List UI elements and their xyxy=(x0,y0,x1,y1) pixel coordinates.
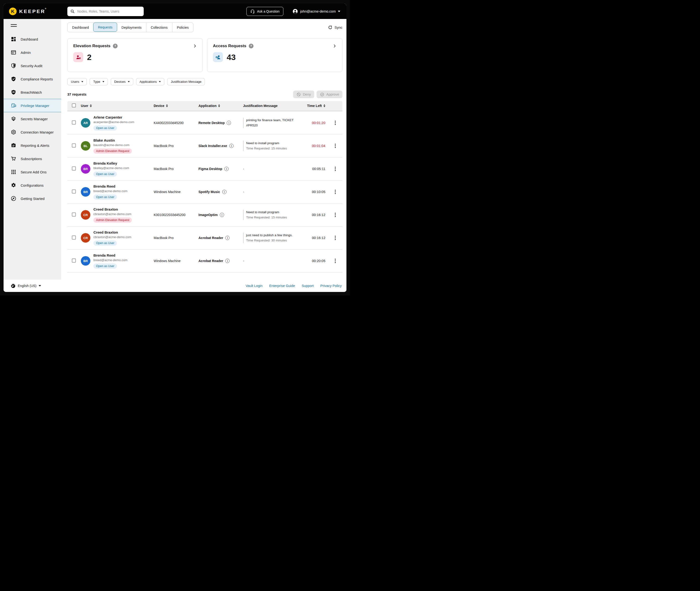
row-checkbox[interactable] xyxy=(72,167,76,171)
sidebar-item-getting-started[interactable]: Getting Started xyxy=(4,192,61,205)
time-left: 00:20:05 xyxy=(299,259,328,263)
tab-requests[interactable]: Requests xyxy=(93,22,117,32)
main-content: Dashboard Requests Deployments Collectio… xyxy=(61,19,346,280)
device-cell: K0010022033d45200 xyxy=(154,213,199,217)
tab-policies[interactable]: Policies xyxy=(172,23,193,32)
row-menu-button[interactable] xyxy=(333,142,337,149)
sidebar-item-dashboard[interactable]: Dashboard xyxy=(4,32,61,46)
sidebar-item-secure-add-ons[interactable]: Secure Add Ons xyxy=(4,165,61,179)
sidebar-item-security-audit[interactable]: Security Audit xyxy=(4,59,61,72)
filter-users[interactable]: Users xyxy=(67,78,87,85)
info-icon[interactable] xyxy=(227,121,231,125)
sidebar-item-label: Compliance Reports xyxy=(21,77,53,81)
ask-a-question-button[interactable]: Ask a Question xyxy=(247,7,283,16)
time-left: 00:01:20 xyxy=(299,121,328,125)
help-icon[interactable] xyxy=(113,44,118,48)
sidebar-item-breachwatch[interactable]: BreachWatch xyxy=(4,86,61,99)
row-checkbox[interactable] xyxy=(72,143,76,147)
info-icon[interactable] xyxy=(224,167,229,171)
filter-applications[interactable]: Applications xyxy=(136,78,164,85)
sidebar-item-admin[interactable]: Admin xyxy=(4,46,61,59)
justification-message: - xyxy=(243,189,296,194)
info-icon[interactable] xyxy=(225,259,229,263)
card-elevation-requests[interactable]: Elevation Requests 2 xyxy=(67,38,203,72)
row-checkbox[interactable] xyxy=(72,212,76,216)
row-menu-button[interactable] xyxy=(333,119,337,126)
user-email: acarpenter@acme-demo.com xyxy=(93,120,134,124)
justification-text: - xyxy=(243,189,296,194)
filter-justification-message[interactable]: Justification Message xyxy=(167,78,205,85)
requests-table: User Device Application Justification Me… xyxy=(67,101,342,280)
row-checkbox[interactable] xyxy=(72,190,76,194)
search-icon xyxy=(70,9,75,13)
deny-label: Deny xyxy=(303,92,311,96)
sidebar-item-reporting-alerts[interactable]: Reporting & Alerts xyxy=(4,139,61,152)
row-menu-button[interactable] xyxy=(333,257,337,264)
table-body: AR Arlene Carpenter acarpenter@acme-demo… xyxy=(67,112,342,272)
chevron-down-icon xyxy=(39,285,41,286)
sidebar-item-compliance-reports[interactable]: Compliance Reports xyxy=(4,72,61,86)
sidebar-item-subscriptions[interactable]: Subscriptions xyxy=(4,152,61,165)
row-checkbox[interactable] xyxy=(72,259,76,263)
sidebar-nav: Dashboard Admin Security Audit Complianc… xyxy=(4,32,61,205)
column-header-application[interactable]: Application xyxy=(199,104,243,108)
sidebar-item-connection-manager[interactable]: Connection Manager xyxy=(4,125,61,139)
user-meta: Arlene Carpenter acarpenter@acme-demo.co… xyxy=(93,115,134,131)
sync-button[interactable]: Sync xyxy=(328,25,342,29)
info-icon[interactable] xyxy=(225,236,229,240)
column-header-time-left[interactable]: Time Left xyxy=(299,104,328,108)
filter-type[interactable]: Type xyxy=(90,78,108,85)
column-header-user[interactable]: User xyxy=(81,104,154,108)
language-selector[interactable]: English (US) xyxy=(11,283,41,288)
column-header-device[interactable]: Device xyxy=(154,104,199,108)
sidebar: Dashboard Admin Security Audit Complianc… xyxy=(4,19,61,280)
justification-text: - xyxy=(243,258,296,263)
approve-button[interactable]: Approve xyxy=(317,90,342,98)
info-icon[interactable] xyxy=(222,190,226,194)
sidebar-item-secrets-manager[interactable]: Secrets Manager xyxy=(4,112,61,125)
select-all-checkbox[interactable] xyxy=(72,104,76,108)
info-icon[interactable] xyxy=(229,144,233,148)
user-cell: AR Arlene Carpenter acarpenter@acme-demo… xyxy=(81,115,154,131)
filter-devices[interactable]: Devices xyxy=(111,78,133,85)
row-checkbox[interactable] xyxy=(72,121,76,125)
menu-toggle-icon[interactable] xyxy=(11,24,17,27)
sidebar-item-configurations[interactable]: Configurations xyxy=(4,179,61,192)
row-menu-button[interactable] xyxy=(333,211,337,218)
row-checkbox-cell xyxy=(67,259,81,263)
footer-link-enterprise-guide[interactable]: Enterprise Guide xyxy=(269,284,295,288)
deny-button[interactable]: Deny xyxy=(293,90,314,98)
user-badge: Admin Elevation Request xyxy=(93,217,132,223)
footer-link-vault-login[interactable]: Vault Login xyxy=(246,284,263,288)
sidebar-item-privilege-manager[interactable]: Privilege Manager xyxy=(4,99,61,112)
toolbar-row: 37 requests Deny Approve xyxy=(67,90,342,98)
card-title: Access Requests xyxy=(213,44,247,48)
footer-link-privacy-policy[interactable]: Privacy Policy xyxy=(321,284,342,288)
account-menu[interactable]: john@acme-demo.com xyxy=(292,8,340,14)
footer-link-support[interactable]: Support xyxy=(302,284,314,288)
row-checkbox[interactable] xyxy=(72,236,76,240)
tab-dashboard[interactable]: Dashboard xyxy=(68,23,93,32)
help-icon[interactable] xyxy=(249,44,254,48)
row-menu-button[interactable] xyxy=(333,234,337,242)
tab-deployments[interactable]: Deployments xyxy=(117,23,146,32)
device-cell: MacBook Pro xyxy=(154,167,199,171)
chevron-right-icon[interactable] xyxy=(193,44,197,48)
justification-cell: Need to install program Time Requested: … xyxy=(243,141,299,151)
user-cell: CR Creed Braxton cbraxton@acme-demo.com … xyxy=(81,230,154,246)
info-icon[interactable] xyxy=(220,213,224,217)
application-cell: Slack Installer.exe xyxy=(199,144,243,148)
search-input[interactable] xyxy=(77,9,141,13)
justification-message: - xyxy=(243,258,296,263)
card-access-requests[interactable]: Access Requests 43 xyxy=(207,38,342,72)
tab-collections[interactable]: Collections xyxy=(146,23,172,32)
row-menu-button[interactable] xyxy=(333,165,337,173)
filter-label: Type xyxy=(93,80,100,83)
tabs-row: Dashboard Requests Deployments Collectio… xyxy=(67,22,342,32)
chevron-right-icon[interactable] xyxy=(333,44,337,48)
justification-cell: printing for finance team, TICKET #PR520 xyxy=(243,118,299,128)
filters-row: Users Type Devices Applications Justific… xyxy=(67,78,342,85)
time-left: 00:16:12 xyxy=(299,236,328,240)
user-email: baustin@acme-demo.com xyxy=(93,143,132,147)
row-menu-button[interactable] xyxy=(333,188,337,195)
